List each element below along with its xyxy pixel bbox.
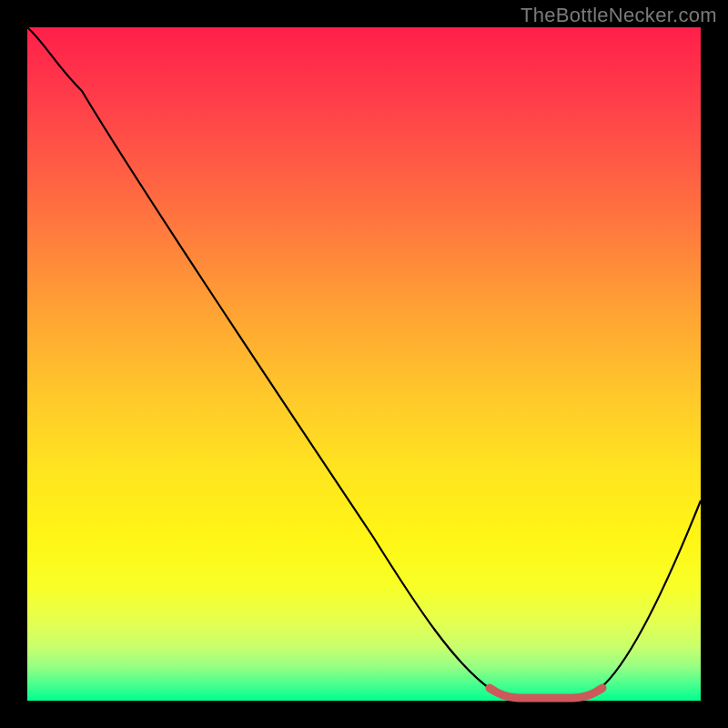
curve-layer xyxy=(27,27,701,701)
plot-area xyxy=(27,27,701,701)
optimal-region-marker xyxy=(490,688,602,698)
chart-frame: TheBottleNecker.com xyxy=(0,0,728,728)
watermark-label: TheBottleNecker.com xyxy=(521,4,717,27)
bottleneck-curve xyxy=(27,27,701,699)
